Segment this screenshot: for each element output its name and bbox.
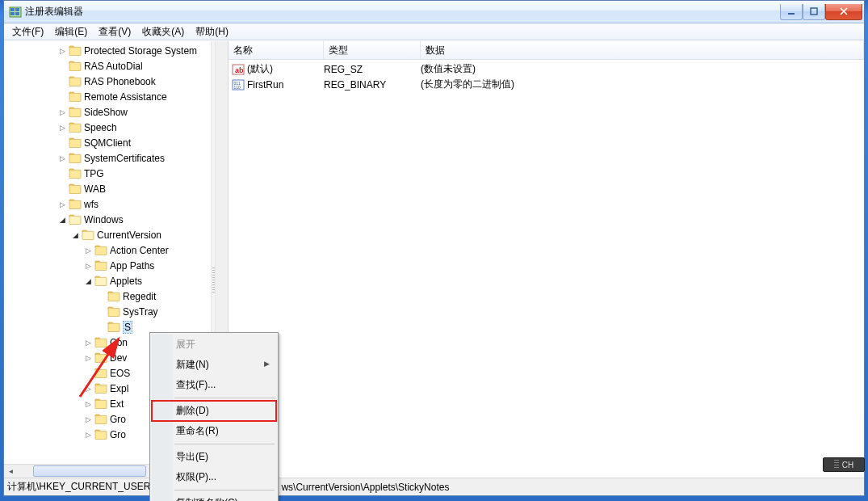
tree-item[interactable]: TPG (4, 166, 228, 181)
tree-item[interactable]: ▷ SystemCertificates (4, 150, 228, 166)
svg-rect-5 (788, 13, 795, 15)
menu-favorites[interactable]: 收藏夹(A) (136, 23, 190, 40)
expand-collapsed-icon[interactable]: ▷ (82, 382, 94, 395)
ctx-new[interactable]: 新建(N) ▶ (152, 355, 276, 375)
tree-item-label: Action Center (110, 245, 169, 256)
close-button[interactable] (825, 4, 862, 20)
tree-item-label: Applets (110, 276, 142, 287)
folder-icon (69, 76, 82, 87)
tree-item[interactable]: WAB (4, 181, 228, 196)
expand-collapsed-icon[interactable]: ▷ (56, 121, 69, 134)
ime-indicator[interactable]: CH (823, 457, 865, 472)
tree-item-label: TPG (84, 168, 104, 179)
tree-item[interactable]: ▷ SideShow (4, 104, 228, 120)
folder-icon (69, 214, 82, 225)
tree-item[interactable]: ▷ App Paths (4, 258, 228, 273)
folder-icon (94, 276, 107, 287)
ctx-copy-key-name[interactable]: 复制项名称(C) (152, 493, 276, 501)
folder-icon (94, 398, 107, 410)
tree-item[interactable]: ▷ wfs (4, 196, 228, 212)
folder-icon (107, 291, 120, 302)
tree-item-label: RAS Phonebook (84, 76, 156, 87)
scroll-thumb[interactable] (33, 465, 146, 477)
column-header-type[interactable]: 类型 (324, 41, 421, 59)
list-body: ab (默认)REG_SZ(数值未设置) 011 110 FirstRunREG… (229, 60, 864, 478)
menu-help[interactable]: 帮助(H) (190, 23, 234, 40)
expand-collapsed-icon[interactable]: ▷ (56, 198, 69, 211)
list-row[interactable]: 011 110 FirstRunREG_BINARY(长度为零的二进制值) (229, 77, 864, 92)
expand-collapsed-icon[interactable]: ▷ (82, 244, 94, 257)
tree-item[interactable]: ◢ Windows (4, 212, 228, 227)
value-data: (长度为零的二进制值) (421, 78, 864, 91)
value-type: REG_SZ (324, 64, 421, 75)
tree-item[interactable]: Remote Assistance (4, 89, 228, 104)
ctx-export[interactable]: 导出(E) (152, 447, 276, 467)
folder-icon (69, 183, 82, 195)
tree-item-label: App Paths (110, 260, 154, 272)
expand-collapsed-icon[interactable]: ▷ (82, 352, 94, 364)
ctx-permissions[interactable]: 权限(P)... (152, 467, 276, 487)
tree-item-label: SideShow (84, 107, 128, 118)
minimize-button[interactable] (780, 4, 803, 20)
ctx-rename[interactable]: 重命名(R) (152, 421, 276, 441)
folder-icon (69, 137, 82, 149)
tree-item[interactable]: ▷ Protected Storage System (4, 43, 228, 58)
tree-item[interactable]: ◢ Applets (4, 273, 228, 288)
tree-item-label: Speech (84, 122, 117, 133)
list-header: 名称 类型 数据 (229, 41, 864, 60)
menu-file[interactable]: 文件(F) (6, 23, 49, 40)
expand-collapsed-icon[interactable]: ▷ (82, 259, 94, 272)
column-header-name[interactable]: 名称 (229, 41, 324, 59)
reg-binary-icon: 011 110 (232, 78, 245, 91)
tree-item-label: RAS AutoDial (84, 61, 143, 72)
folder-icon (94, 337, 107, 348)
tree-item[interactable]: SQMClient (4, 135, 228, 150)
tree-item[interactable]: SysTray (4, 304, 228, 319)
window-title: 注册表编辑器 (25, 5, 780, 19)
column-header-data[interactable]: 数据 (421, 41, 864, 59)
context-menu: 展开 新建(N) ▶ 查找(F)... 删除(D) 重命名(R) 导出(E) 权… (149, 332, 279, 501)
ctx-find[interactable]: 查找(F)... (152, 375, 276, 395)
value-name: (默认) (247, 62, 324, 76)
menu-view[interactable]: 查看(V) (93, 23, 136, 40)
menubar: 文件(F) 编辑(E) 查看(V) 收藏夹(A) 帮助(H) (4, 23, 864, 40)
content-area: ▷ Protected Storage System RAS AutoDial … (4, 40, 864, 478)
expand-expanded-icon[interactable]: ◢ (56, 213, 69, 226)
titlebar[interactable]: 注册表编辑器 (4, 1, 864, 23)
tree-item-label: SystemCertificates (84, 153, 165, 164)
folder-icon (94, 383, 107, 394)
window-buttons (780, 4, 862, 20)
folder-icon (69, 168, 82, 179)
scroll-left-arrow-icon[interactable]: ◄ (4, 465, 18, 478)
tree-item-label: EOS (110, 368, 130, 379)
tree-item[interactable]: Regedit (4, 288, 228, 304)
status-path-right: ws\CurrentVersion\Applets\StickyNotes (281, 482, 449, 493)
expand-collapsed-icon[interactable]: ▷ (82, 336, 94, 349)
tree-item[interactable]: ▷ Speech (4, 120, 228, 135)
tree-item[interactable]: RAS Phonebook (4, 74, 228, 89)
expand-collapsed-icon[interactable]: ▷ (82, 413, 94, 426)
tree-item-label: SysTray (123, 306, 158, 318)
expand-expanded-icon[interactable]: ◢ (82, 275, 94, 288)
tree-item-label: SQMClient (84, 137, 131, 149)
expand-collapsed-icon[interactable]: ▷ (82, 398, 94, 410)
ctx-expand: 展开 (152, 335, 276, 355)
value-type: REG_BINARY (324, 79, 421, 91)
folder-icon (69, 61, 82, 72)
maximize-button[interactable] (803, 4, 825, 20)
svg-rect-6 (811, 8, 817, 15)
tree-item[interactable]: ▷ Action Center (4, 242, 228, 258)
expand-collapsed-icon[interactable]: ▷ (56, 44, 69, 57)
value-data: (数值未设置) (421, 62, 864, 76)
tree-item-label: Dev (110, 352, 127, 364)
ctx-delete[interactable]: 删除(D) (152, 401, 276, 421)
expand-collapsed-icon[interactable]: ▷ (56, 106, 69, 119)
expand-expanded-icon[interactable]: ◢ (69, 229, 82, 242)
tree-item[interactable]: RAS AutoDial (4, 58, 228, 74)
expand-collapsed-icon[interactable]: ▷ (82, 428, 94, 441)
menu-edit[interactable]: 编辑(E) (49, 23, 93, 40)
tree-item-label: Gro (110, 414, 126, 425)
list-row[interactable]: ab (默认)REG_SZ(数值未设置) (229, 61, 864, 77)
expand-collapsed-icon[interactable]: ▷ (56, 152, 69, 165)
tree-item[interactable]: ◢ CurrentVersion (4, 227, 228, 242)
